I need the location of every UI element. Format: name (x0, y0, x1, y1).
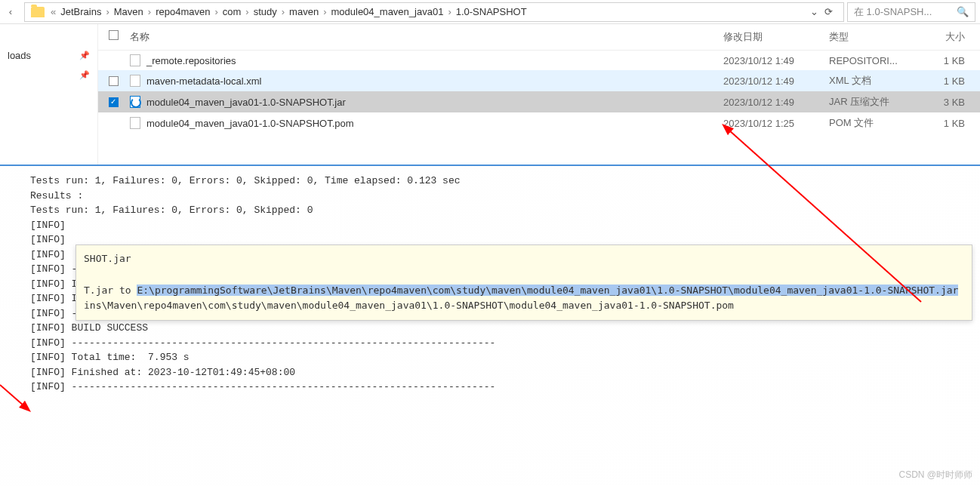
tooltip: SHOT.jar T.jar to E:\programmingSoftware… (76, 245, 972, 321)
breadcrumb-item[interactable]: com (220, 6, 245, 17)
file-list: 名称 修改日期 类型 大小 _remote.repositories2023/1… (98, 24, 980, 165)
chevron-down-icon[interactable]: ⌄ (810, 6, 818, 17)
file-row[interactable]: maven-metadata-local.xml2023/10/12 1:49X… (98, 70, 980, 91)
file-name: maven-metadata-local.xml (146, 75, 261, 87)
file-icon (130, 75, 140, 87)
nav-item[interactable]: 📌 (0, 66, 97, 85)
file-icon (130, 54, 140, 66)
column-type[interactable]: 类型 (829, 30, 920, 44)
file-checkbox[interactable] (109, 76, 119, 86)
breadcrumb-item[interactable]: Maven (111, 6, 146, 17)
chevron-right-icon: › (446, 6, 452, 17)
breadcrumb-item[interactable]: maven (286, 6, 322, 17)
chevron-right-icon: › (244, 6, 250, 17)
watermark: CSDN @时时师师 (898, 469, 972, 481)
console-output: Tests run: 1, Failures: 0, Errors: 0, Sk… (0, 165, 980, 486)
chevron-right-icon: « (49, 6, 57, 17)
file-row[interactable]: _remote.repositories2023/10/12 1:49REPOS… (98, 51, 980, 70)
file-name: module04_maven_java01-1.0-SNAPSHOT.pom (146, 118, 354, 129)
file-icon (130, 117, 140, 129)
search-icon: 🔍 (957, 6, 969, 17)
chevron-right-icon: › (280, 6, 286, 17)
folder-icon (31, 7, 45, 17)
column-date[interactable]: 修改日期 (723, 30, 829, 44)
file-row[interactable]: module04_maven_java01-1.0-SNAPSHOT.jar20… (98, 91, 980, 112)
chevron-left-icon[interactable]: ‹ (5, 6, 17, 18)
search-input[interactable]: 在 1.0-SNAPSH... 🔍 (847, 2, 975, 22)
refresh-icon[interactable]: ⟳ (824, 6, 833, 17)
breadcrumb-item[interactable]: 1.0-SNAPSHOT (453, 6, 530, 17)
pin-icon: 📌 (79, 51, 90, 60)
breadcrumb-item[interactable]: repo4maven (153, 6, 213, 17)
file-checkbox[interactable] (109, 97, 119, 107)
breadcrumb-item[interactable]: JetBrains (57, 6, 104, 17)
file-name: _remote.repositories (146, 55, 236, 66)
highlighted-path: E:\programmingSoftware\JetBrains\Maven\r… (137, 285, 958, 296)
pin-icon: 📌 (79, 70, 90, 80)
file-name: module04_maven_java01-1.0-SNAPSHOT.jar (146, 97, 346, 108)
breadcrumb-item[interactable]: study (251, 6, 280, 17)
breadcrumb-item[interactable]: module04_maven_java01 (328, 6, 446, 17)
address-bar: ‹ « JetBrains›Maven›repo4maven›com›study… (0, 0, 980, 24)
navigation-pane: loads 📌 📌 (0, 24, 98, 165)
column-name[interactable]: 名称 (127, 30, 723, 44)
file-row[interactable]: module04_maven_java01-1.0-SNAPSHOT.pom20… (98, 112, 980, 134)
chevron-right-icon: › (104, 6, 110, 17)
build-success: [INFO] BUILD SUCCESS (30, 321, 975, 336)
nav-item[interactable]: loads 📌 (0, 45, 97, 66)
breadcrumb[interactable]: « JetBrains›Maven›repo4maven›com›study›m… (24, 2, 844, 22)
chevron-right-icon: › (213, 6, 219, 17)
column-size[interactable]: 大小 (920, 30, 980, 44)
chevron-right-icon: › (146, 6, 153, 17)
file-header: 名称 修改日期 类型 大小 (98, 24, 980, 51)
jar-file-icon (130, 96, 140, 108)
select-all-checkbox[interactable] (109, 30, 119, 40)
